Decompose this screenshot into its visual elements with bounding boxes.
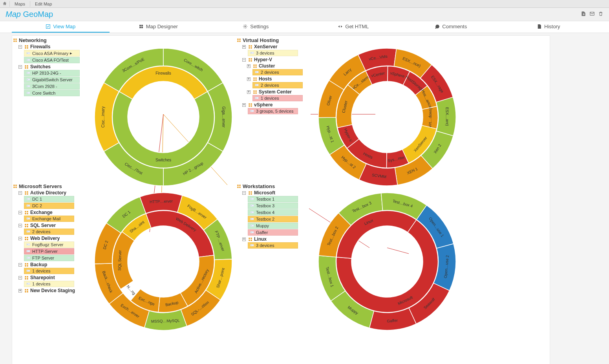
- tab-map-designer[interactable]: Map Designer: [110, 21, 207, 33]
- tree-leaf[interactable]: Testbox 2: [248, 216, 298, 222]
- leaf-label: Testbox 1: [256, 197, 274, 201]
- toggle-icon[interactable]: −: [242, 191, 246, 195]
- toggle-icon[interactable]: +: [18, 289, 22, 293]
- tab-comments[interactable]: Comments: [402, 21, 500, 33]
- tree-leaf[interactable]: Cisco ASA Primary ▸: [24, 50, 80, 57]
- tree-subgroup[interactable]: +New Device Staging: [18, 288, 75, 293]
- tree-subgroup[interactable]: −Exchange: [18, 210, 75, 215]
- tree-leaf[interactable]: Testbox 4: [248, 209, 298, 216]
- sunburst-networking[interactable]: SwitchesFirewallsGiga…erverHP 2…groupCis…: [95, 48, 232, 187]
- toggle-icon[interactable]: −: [18, 224, 22, 227]
- tree-subgroup[interactable]: +System Center: [247, 89, 303, 95]
- svg-rect-151: [25, 224, 26, 225]
- group-virtual-hosting[interactable]: Virtual Hosting: [237, 37, 303, 43]
- svg-rect-134: [27, 193, 28, 194]
- toggle-icon[interactable]: −: [18, 191, 22, 195]
- tree-leaf[interactable]: Cisco ASA FO/Test: [24, 57, 80, 63]
- tree-leaf[interactable]: 2 devices: [252, 82, 303, 88]
- tree-subgroup[interactable]: +Linux: [242, 236, 298, 242]
- tree-leaf[interactable]: Testbox 1: [248, 196, 298, 202]
- delete-icon[interactable]: [598, 11, 604, 18]
- tree-leaf[interactable]: 2 devices: [252, 69, 303, 75]
- breadcrumb-maps[interactable]: Maps: [12, 2, 27, 6]
- toggle-icon[interactable]: −: [18, 237, 22, 240]
- svg-rect-75: [253, 66, 254, 68]
- leaf-label: DC 1: [32, 197, 42, 201]
- svg-rect-146: [27, 213, 28, 214]
- sunburst-virtual-hosting[interactable]: vCentervSphereHostStorageHos…ancevirt…do…: [318, 48, 456, 187]
- tree-subgroup[interactable]: −Switches: [18, 64, 80, 70]
- tree-leaf[interactable]: Exchange Mail: [24, 216, 74, 222]
- svg-point-138: [28, 199, 28, 199]
- tree-subgroup[interactable]: −Firewalls: [18, 44, 80, 49]
- tree-leaf[interactable]: Muppy: [248, 223, 298, 229]
- tree-leaf[interactable]: HTTP-Server: [24, 248, 74, 254]
- tree-leaf[interactable]: DC 2: [24, 203, 74, 209]
- tree-leaf[interactable]: Testbox 3: [248, 203, 298, 209]
- mail-icon[interactable]: [589, 11, 595, 18]
- svg-point-43: [27, 86, 27, 86]
- tree-subgroup[interactable]: +Cluster: [247, 63, 303, 69]
- toggle-icon[interactable]: +: [247, 90, 251, 94]
- tree-leaf[interactable]: 3 groups, 5 devices: [248, 108, 298, 114]
- toggle-icon[interactable]: +: [247, 77, 251, 81]
- svg-rect-58: [239, 38, 240, 40]
- title-name: GeoMap: [23, 10, 53, 18]
- tab-view-map[interactable]: View Map: [12, 21, 110, 33]
- breadcrumb-bar: Maps Edit Map: [0, 0, 609, 8]
- tree-leaf[interactable]: Core Switch: [24, 90, 80, 96]
- toggle-icon[interactable]: −: [18, 45, 22, 49]
- toggle-icon[interactable]: −: [18, 65, 22, 69]
- tree-leaf[interactable]: 1 devices: [24, 281, 74, 287]
- toggle-icon[interactable]: −: [18, 263, 22, 267]
- tree-leaf[interactable]: Gaffer: [248, 229, 298, 236]
- tab-history[interactable]: History: [500, 21, 598, 33]
- tree-subgroup[interactable]: +vSphere: [242, 102, 303, 108]
- sunburst-workstations[interactable]: MicrosoftLinuxOpen…use 1Open…use 2Seawol…: [318, 193, 456, 331]
- tree-subgroup[interactable]: −Sharepoint: [18, 275, 75, 280]
- tab-settings[interactable]: Settings: [207, 21, 305, 33]
- tree-subgroup[interactable]: +Hosts: [247, 76, 303, 82]
- tab-get-html[interactable]: Get HTML: [305, 21, 402, 33]
- tree-leaf[interactable]: HP 2810-24G -: [24, 70, 80, 76]
- page-title: Map GeoMap: [5, 10, 53, 19]
- tree-leaf[interactable]: 1 devices: [24, 268, 74, 274]
- tree-leaf[interactable]: GigabitSwitch Server: [24, 77, 80, 83]
- tree-leaf[interactable]: 3 devices: [248, 50, 298, 56]
- tree-leaf[interactable]: 1 devices: [252, 95, 303, 101]
- tree-subgroup[interactable]: −Web Delivery: [18, 236, 75, 241]
- new-icon[interactable]: [581, 11, 586, 18]
- svg-point-158: [28, 231, 28, 232]
- tree-subgroup[interactable]: −Hyper-V: [242, 57, 303, 62]
- svg-rect-70: [251, 58, 252, 59]
- tree-subgroup[interactable]: −Active Directory: [18, 190, 75, 196]
- tree-leaf[interactable]: FogBugz Server: [24, 241, 74, 248]
- tree-leaf[interactable]: 3Com 2928 -: [24, 83, 80, 90]
- group-workstations[interactable]: Workstations: [237, 183, 298, 189]
- tree-leaf[interactable]: 2 devices: [24, 229, 74, 235]
- group-networking[interactable]: Networking: [13, 37, 80, 43]
- tree-subgroup[interactable]: −Backup: [18, 262, 75, 267]
- toggle-icon[interactable]: +: [242, 238, 246, 241]
- tree-subgroup[interactable]: +XenServer: [242, 44, 303, 49]
- home-icon[interactable]: [2, 1, 7, 7]
- leaf-label: Cisco ASA Primary: [32, 51, 68, 56]
- tree-subgroup[interactable]: −Microsoft: [242, 190, 298, 196]
- breadcrumb-edit[interactable]: Edit Map: [33, 2, 54, 6]
- tree-workstations: Workstations −MicrosoftTestbox 1Testbox …: [237, 183, 298, 249]
- tree-leaf[interactable]: FTP Server: [24, 255, 74, 261]
- toggle-icon[interactable]: −: [18, 211, 22, 214]
- toggle-icon[interactable]: −: [242, 58, 246, 62]
- sunburst-microsoft-servers[interactable]: Web DeliveryActive…rectoryBackupExc…ngeN…: [95, 193, 232, 331]
- tree-leaf[interactable]: 3 devices: [248, 242, 298, 249]
- group-microsoft-servers[interactable]: Microsoft Servers: [13, 183, 75, 189]
- toggle-icon[interactable]: −: [18, 276, 22, 280]
- toggle-icon[interactable]: +: [247, 64, 251, 68]
- toggle-icon[interactable]: +: [242, 45, 246, 49]
- leaf-label: Muppy: [256, 223, 269, 228]
- svg-rect-194: [27, 291, 28, 292]
- tree-leaf[interactable]: DC 1: [24, 196, 74, 202]
- tree-subgroup[interactable]: −SQL Server: [18, 223, 75, 228]
- svg-point-251: [252, 245, 252, 245]
- toggle-icon[interactable]: +: [242, 103, 246, 107]
